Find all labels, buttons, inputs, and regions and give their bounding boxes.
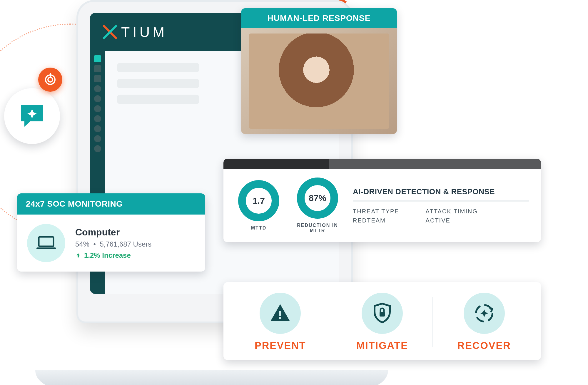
target-icon — [44, 73, 57, 86]
delta-text: 1.2% Increase — [84, 251, 131, 260]
decor-square — [415, 35, 426, 47]
threat-type-label: THREAT TYPE — [353, 208, 399, 215]
device-users: 5,761,687 Users — [100, 240, 151, 248]
chat-sparkle-icon — [17, 101, 47, 131]
mttr-value: 87% — [305, 185, 330, 211]
nav-item[interactable] — [94, 95, 101, 102]
device-delta: 1.2% Increase — [75, 251, 151, 260]
mttd-value: 1.7 — [246, 188, 272, 214]
arrow-up-icon — [75, 252, 81, 258]
analyst-photo — [241, 28, 397, 134]
recover-cycle-icon — [473, 302, 496, 325]
device-icon-wrap — [27, 224, 65, 262]
prevent-label: PREVENT — [255, 340, 306, 351]
svg-rect-5 — [279, 311, 281, 316]
nav-item-active[interactable] — [94, 55, 101, 62]
soc-title: 24x7 SOC MONITORING — [17, 193, 205, 215]
chat-badge[interactable] — [4, 88, 60, 144]
tab[interactable] — [329, 159, 435, 169]
shield-lock-icon — [371, 302, 394, 325]
divider — [353, 200, 529, 202]
tab[interactable] — [435, 159, 541, 169]
feature-prevent: PREVENT — [229, 293, 331, 351]
feature-recover: RECOVER — [433, 293, 535, 351]
feature-mitigate: MITIGATE — [331, 293, 433, 351]
placeholder-row — [117, 95, 199, 104]
nav-item[interactable] — [94, 105, 101, 112]
nav-item[interactable] — [94, 65, 101, 72]
mttd-label: MTTD — [235, 225, 282, 231]
nav-item[interactable] — [94, 145, 101, 152]
attack-timing-value: ACTIVE — [426, 217, 478, 224]
nav-item[interactable] — [94, 125, 101, 132]
decor-square — [397, 73, 406, 82]
tab-selected[interactable] — [223, 159, 329, 169]
warning-triangle-icon — [269, 302, 292, 325]
human-led-card: HUMAN-LED RESPONSE — [241, 8, 397, 134]
person-illustration — [249, 34, 389, 129]
threat-type-value: REDTEAM — [353, 217, 399, 224]
decor-square — [432, 53, 440, 61]
mttd-donut: 1.7 MTTD — [235, 180, 282, 231]
nav-item[interactable] — [94, 85, 101, 92]
device-meta: 54% • 5,761,687 Users — [75, 240, 151, 248]
mitigate-label: MITIGATE — [356, 340, 408, 351]
placeholder-row — [117, 63, 199, 72]
placeholder-row — [117, 79, 199, 88]
brand-name: TIUM — [121, 24, 167, 40]
svg-rect-4 — [36, 247, 56, 249]
laptop-icon — [36, 236, 56, 250]
human-led-title: HUMAN-LED RESPONSE — [241, 8, 397, 28]
mttr-label: REDUCTION IN MTTR — [294, 223, 341, 233]
nav-item[interactable] — [94, 75, 101, 82]
soc-card: 24x7 SOC MONITORING Computer 54% • 5,761… — [17, 193, 205, 272]
svg-point-1 — [48, 77, 53, 82]
brand-logo: TIUM — [102, 24, 167, 40]
recover-label: RECOVER — [457, 340, 511, 351]
laptop-base — [35, 370, 388, 385]
card-tabs — [223, 159, 541, 169]
mttr-donut: 87% REDUCTION IN MTTR — [294, 178, 341, 233]
power-badge — [38, 68, 62, 92]
ai-title: AI-DRIVEN DETECTION & RESPONSE — [353, 187, 529, 196]
nav-item[interactable] — [94, 115, 101, 122]
nav-item[interactable] — [94, 135, 101, 142]
svg-rect-3 — [39, 237, 54, 246]
features-card: PREVENT MITIGATE RECOVER — [223, 282, 541, 360]
svg-rect-6 — [279, 317, 281, 319]
ai-detection-card: 1.7 MTTD 87% REDUCTION IN MTTR AI-DRIVEN… — [223, 159, 541, 242]
x-logo-icon — [102, 24, 118, 40]
attack-timing-label: ATTACK TIMING — [426, 208, 478, 215]
decor-square — [417, 97, 431, 111]
svg-rect-7 — [380, 312, 385, 317]
device-title: Computer — [75, 227, 151, 238]
device-percent: 54% — [75, 240, 89, 248]
decor-square — [403, 123, 409, 130]
